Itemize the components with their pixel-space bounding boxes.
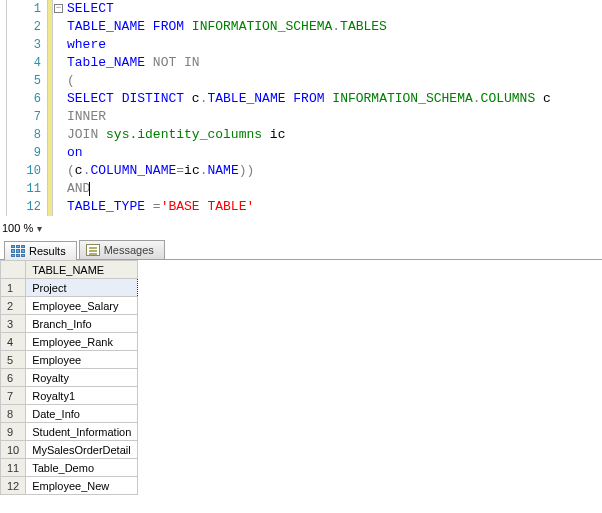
cell[interactable]: Employee_Salary: [26, 297, 138, 315]
table-row: 11Table_Demo: [1, 459, 138, 477]
row-header[interactable]: 7: [1, 387, 26, 405]
table-row: 4Employee_Rank: [1, 333, 138, 351]
table-row: 6Royalty: [1, 369, 138, 387]
row-header[interactable]: 4: [1, 333, 26, 351]
tab-messages-label: Messages: [104, 244, 154, 256]
cell[interactable]: Employee_Rank: [26, 333, 138, 351]
cell[interactable]: Employee: [26, 351, 138, 369]
results-grid[interactable]: TABLE_NAME 1Project 2Employee_Salary 3Br…: [0, 260, 602, 495]
cell[interactable]: Date_Info: [26, 405, 138, 423]
table-row: 9Student_Information: [1, 423, 138, 441]
row-header[interactable]: 11: [1, 459, 26, 477]
chevron-down-icon[interactable]: ▾: [37, 223, 42, 234]
outline-bar[interactable]: −: [53, 0, 65, 216]
row-header[interactable]: 8: [1, 405, 26, 423]
cell[interactable]: Table_Demo: [26, 459, 138, 477]
cell[interactable]: Royalty: [26, 369, 138, 387]
row-header[interactable]: 10: [1, 441, 26, 459]
sql-editor[interactable]: 1 2 3 4 5 6 7 8 9 10 11 12 − SELECT TABL…: [0, 0, 602, 216]
cell[interactable]: Employee_New: [26, 477, 138, 495]
table-row: 1Project: [1, 279, 138, 297]
table-row: 8Date_Info: [1, 405, 138, 423]
messages-icon: [86, 244, 100, 256]
zoom-level[interactable]: 100 %: [2, 222, 33, 234]
row-header[interactable]: 9: [1, 423, 26, 441]
tab-results-label: Results: [29, 245, 66, 257]
grid-corner[interactable]: [1, 261, 26, 279]
tab-results[interactable]: Results: [4, 241, 77, 260]
cell[interactable]: Royalty1: [26, 387, 138, 405]
grid-icon: [11, 245, 25, 257]
cell[interactable]: Project: [26, 279, 138, 297]
cell[interactable]: MySalesOrderDetail: [26, 441, 138, 459]
table-row: 2Employee_Salary: [1, 297, 138, 315]
line-number-gutter: 1 2 3 4 5 6 7 8 9 10 11 12: [7, 0, 47, 216]
code-text-area[interactable]: SELECT TABLE_NAME FROM INFORMATION_SCHEM…: [65, 0, 602, 216]
table-row: 3Branch_Info: [1, 315, 138, 333]
cell[interactable]: Branch_Info: [26, 315, 138, 333]
row-header[interactable]: 2: [1, 297, 26, 315]
row-header[interactable]: 3: [1, 315, 26, 333]
zoom-toolbar: 100 % ▾: [0, 216, 602, 238]
table-row: 7Royalty1: [1, 387, 138, 405]
table-row: 12Employee_New: [1, 477, 138, 495]
text-cursor: [89, 182, 90, 196]
row-header[interactable]: 12: [1, 477, 26, 495]
row-header[interactable]: 5: [1, 351, 26, 369]
table-row: 10MySalesOrderDetail: [1, 441, 138, 459]
table-row: 5Employee: [1, 351, 138, 369]
column-header-table-name[interactable]: TABLE_NAME: [26, 261, 138, 279]
results-tabstrip: Results Messages: [0, 240, 602, 260]
row-header[interactable]: 6: [1, 369, 26, 387]
tab-messages[interactable]: Messages: [79, 240, 165, 259]
row-header[interactable]: 1: [1, 279, 26, 297]
collapse-toggle-icon[interactable]: −: [54, 4, 63, 13]
cell[interactable]: Student_Information: [26, 423, 138, 441]
